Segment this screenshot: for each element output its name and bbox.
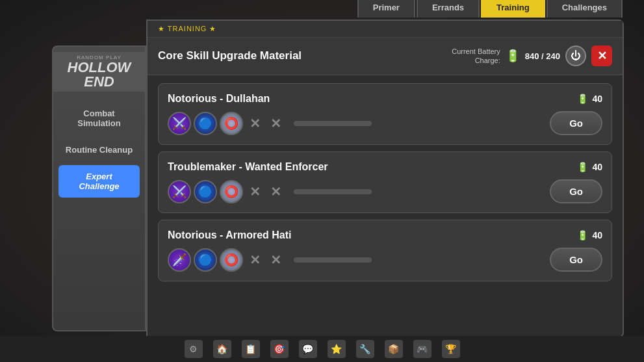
content-panel: Primer Errands Training Challenges ★ TRA… — [146, 19, 624, 338]
tabs-bar: Primer Errands Training Challenges — [357, 0, 623, 18]
mission-1-cost-value: 40 — [592, 94, 602, 104]
mission-2-header: Troublemaker - Wanted Enforcer 🔋 40 — [168, 161, 602, 173]
mission-3-progress-bar — [294, 257, 372, 263]
char-icon-3: ⭕ — [220, 112, 243, 135]
game-title-line1: HOLLOW — [58, 60, 140, 75]
slot-empty-1: ✕ — [246, 114, 264, 133]
mission-2-go-button[interactable]: Go — [550, 179, 602, 203]
mission-3-header: Notorious - Armored Hati 🔋 40 — [168, 229, 602, 241]
mission-1-footer: ⚔️ 🔵 ⭕ ✕ ✕ Go — [168, 111, 602, 135]
section-title-area: Core Skill Upgrade Material — [158, 49, 302, 62]
bottom-bar: ⚙ 🏠 📋 🎯 💬 ⭐ 🔧 📦 🎮 🏆 — [0, 336, 644, 362]
sidebar: RANDOM PLAY HOLLOW END Combat Simulation… — [52, 45, 146, 331]
bottom-icon-5[interactable]: 💬 — [299, 340, 317, 358]
char-icon-7: 🗡️ — [168, 248, 191, 272]
training-label: ★ TRAINING ★ — [158, 25, 216, 33]
bottom-icon-3[interactable]: 📋 — [242, 340, 260, 358]
mission-3-cost: 🔋 40 — [577, 230, 602, 240]
tab-primer[interactable]: Primer — [357, 0, 415, 18]
char-icon-6: ⭕ — [220, 180, 243, 203]
tab-errands[interactable]: Errands — [417, 0, 480, 18]
tab-challenges[interactable]: Challenges — [547, 0, 623, 18]
sidebar-item-expert-challenge[interactable]: ExpertChallenge — [58, 165, 140, 198]
game-title-line2: END — [58, 75, 140, 89]
mission-1-cost: 🔋 40 — [577, 94, 602, 104]
bottom-icon-8[interactable]: 📦 — [385, 340, 403, 358]
sidebar-item-routine-cleanup[interactable]: Routine Cleanup — [58, 138, 140, 161]
section-title: Core Skill Upgrade Material — [158, 49, 302, 62]
mission-3-name: Notorious - Armored Hati — [168, 229, 292, 241]
char-icon-9: ⭕ — [220, 248, 243, 272]
char-icon-5: 🔵 — [194, 180, 217, 203]
bottom-icon-2[interactable]: 🏠 — [213, 340, 231, 358]
mission-3-footer: 🗡️ 🔵 ⭕ ✕ ✕ Go — [168, 248, 602, 272]
close-button[interactable]: ✕ — [591, 45, 612, 66]
sidebar-nav: Combat Simulation Routine Cleanup Expert… — [53, 94, 145, 330]
mission-1-name: Notorious - Dullahan — [168, 93, 270, 105]
bottom-icon-7[interactable]: 🔧 — [356, 340, 374, 358]
mission-card-wanted-enforcer: Troublemaker - Wanted Enforcer 🔋 40 ⚔️ 🔵… — [158, 151, 612, 213]
char-icon-8: 🔵 — [194, 248, 217, 272]
slot-empty-2: ✕ — [266, 114, 285, 133]
mission-card-armored-hati: Notorious - Armored Hati 🔋 40 🗡️ 🔵 ⭕ ✕ ✕ — [158, 220, 612, 281]
slot-empty-4: ✕ — [266, 183, 285, 201]
main-container: RANDOM PLAY HOLLOW END Combat Simulation… — [52, 19, 624, 338]
mission-list: Notorious - Dullahan 🔋 40 ⚔️ 🔵 ⭕ ✕ ✕ — [148, 75, 623, 289]
battery-icon: 🔋 — [506, 49, 520, 63]
bottom-icon-1[interactable]: ⚙ — [185, 340, 203, 358]
bottom-icon-6[interactable]: ⭐ — [328, 340, 346, 358]
char-icon-2: 🔵 — [194, 112, 217, 135]
mission-1-go-button[interactable]: Go — [550, 111, 602, 135]
mission-2-footer: ⚔️ 🔵 ⭕ ✕ ✕ Go — [168, 179, 602, 203]
mission-1-icons: ⚔️ 🔵 ⭕ ✕ ✕ — [168, 112, 378, 135]
char-icon-1: ⚔️ — [168, 112, 191, 135]
battery-count: 840 / 240 — [525, 51, 560, 61]
mission-1-progress-bar — [294, 121, 372, 126]
tab-training[interactable]: Training — [481, 0, 545, 18]
battery-area: Current Battery Charge: 🔋 840 / 240 ⏻ ✕ — [452, 45, 612, 66]
mission-2-progress-bar — [294, 189, 372, 194]
bottom-icon-9[interactable]: 🎮 — [413, 340, 431, 358]
battery-label: Current Battery Charge: — [452, 47, 500, 66]
mission-3-cost-value: 40 — [592, 230, 602, 240]
mission-3-battery-icon: 🔋 — [577, 230, 588, 240]
power-button[interactable]: ⏻ — [565, 45, 586, 66]
mission-3-icons: 🗡️ 🔵 ⭕ ✕ ✕ — [168, 248, 378, 272]
mission-2-icons: ⚔️ 🔵 ⭕ ✕ ✕ — [168, 180, 378, 203]
char-icon-4: ⚔️ — [168, 180, 191, 203]
logo-area: RANDOM PLAY HOLLOW END — [53, 52, 145, 92]
slot-empty-6: ✕ — [266, 251, 285, 269]
mission-1-header: Notorious - Dullahan 🔋 40 — [168, 93, 602, 105]
section-header: Core Skill Upgrade Material Current Batt… — [148, 38, 623, 75]
slot-empty-5: ✕ — [246, 251, 264, 269]
mission-card-dullahan: Notorious - Dullahan 🔋 40 ⚔️ 🔵 ⭕ ✕ ✕ — [158, 83, 612, 145]
mission-2-cost-value: 40 — [592, 162, 602, 172]
mission-2-name: Troublemaker - Wanted Enforcer — [168, 161, 328, 173]
bottom-icon-4[interactable]: 🎯 — [270, 340, 289, 358]
mission-3-go-button[interactable]: Go — [550, 248, 602, 272]
mission-1-battery-icon: 🔋 — [577, 94, 588, 104]
bottom-icon-10[interactable]: 🏆 — [442, 340, 460, 358]
mission-2-cost: 🔋 40 — [577, 162, 602, 172]
training-header-bar: ★ TRAINING ★ — [148, 21, 623, 38]
sidebar-item-combat-simulation[interactable]: Combat Simulation — [58, 102, 140, 135]
mission-2-battery-icon: 🔋 — [577, 162, 588, 172]
slot-empty-3: ✕ — [246, 183, 264, 201]
